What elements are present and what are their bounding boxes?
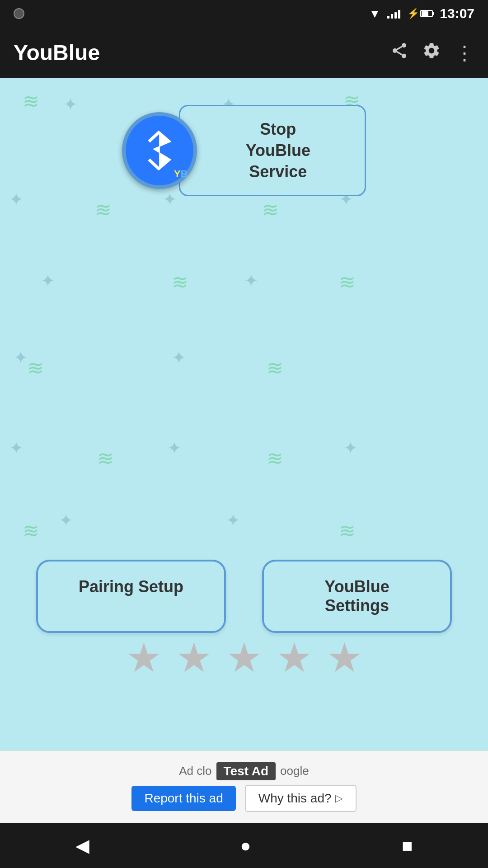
svg-point-1 [393, 48, 397, 53]
stars-rating: ★ ★ ★ ★ ★ [0, 637, 488, 678]
deco-cross-9: ✦ [172, 349, 186, 366]
nav-back-button[interactable]: ◀ [75, 835, 89, 856]
main-content: ≋ ✦ ✦ ≋ ✦ ≋ ✦ ≋ ✦ ✦ ≋ ✦ ≋ ✦ ≋ ✦ ≋ ✦ ≋ ✦ … [0, 78, 488, 750]
svg-point-2 [402, 53, 406, 58]
deco-wifi-6: ≋ [339, 272, 356, 292]
status-bar-left [14, 8, 24, 19]
svg-marker-5 [153, 132, 170, 170]
status-bar: ▼ ⚡ 13:07 [0, 0, 488, 27]
why-ad-label: Why this ad? [258, 791, 332, 806]
ad-closed-text: Ad clo [179, 764, 211, 778]
ad-test-label: Test Ad [216, 762, 276, 780]
star-3[interactable]: ★ [226, 637, 263, 678]
youblue-settings-button[interactable]: YouBlueSettings [262, 560, 452, 633]
star-4[interactable]: ★ [276, 637, 313, 678]
svg-point-0 [402, 43, 406, 47]
deco-wifi-7: ≋ [27, 358, 44, 378]
nav-home-button[interactable]: ● [240, 835, 251, 856]
ad-banner: Ad clo Test Ad oogle Report this ad Why … [0, 750, 488, 823]
nav-bar: ◀ ● ■ [0, 823, 488, 868]
deco-cross-1: ✦ [63, 96, 78, 113]
status-bar-right: ▼ ⚡ 13:07 [369, 6, 474, 21]
svg-line-4 [397, 46, 402, 49]
app-bar: YouBlue ⋮ [0, 27, 488, 78]
share-icon[interactable] [390, 42, 408, 64]
deco-cross-12: ✦ [343, 439, 358, 457]
deco-wifi-1: ≋ [23, 91, 39, 111]
deco-cross-11: ✦ [167, 439, 182, 457]
nav-recents-button[interactable]: ■ [402, 835, 413, 856]
why-ad-icon: ▷ [335, 793, 343, 804]
ad-google-text: oogle [280, 764, 309, 778]
svg-line-7 [149, 132, 159, 142]
deco-wifi-12: ≋ [339, 521, 356, 541]
deco-cross-14: ✦ [226, 512, 240, 529]
bottom-buttons: Pairing Setup YouBlueSettings [0, 560, 488, 633]
app-title: YouBlue [14, 40, 100, 65]
service-button-container: YB Stop YouBlue Service [122, 105, 366, 196]
deco-cross-8: ✦ [14, 349, 28, 366]
settings-icon[interactable] [422, 41, 441, 64]
why-ad-button[interactable]: Why this ad? ▷ [245, 785, 357, 812]
deco-cross-3: ✦ [9, 191, 23, 208]
deco-wifi-8: ≋ [267, 358, 283, 378]
app-bar-actions: ⋮ [390, 41, 474, 64]
stop-service-button[interactable]: Stop YouBlue Service [179, 105, 366, 196]
camera-indicator [14, 8, 24, 19]
ad-top-row: Ad clo Test Ad oogle [179, 762, 309, 780]
svg-line-6 [149, 160, 159, 170]
more-options-icon[interactable]: ⋮ [455, 41, 474, 64]
deco-wifi-5: ≋ [172, 272, 188, 292]
deco-cross-7: ✦ [244, 272, 258, 289]
ad-bottom-row: Report this ad Why this ad? ▷ [131, 785, 356, 812]
pairing-setup-button[interactable]: Pairing Setup [36, 560, 226, 633]
bluetooth-circle: YB [122, 112, 197, 189]
star-5[interactable]: ★ [326, 637, 363, 678]
star-2[interactable]: ★ [176, 637, 212, 678]
deco-wifi-11: ≋ [23, 521, 39, 541]
deco-cross-13: ✦ [59, 512, 73, 529]
youblue-settings-label: YouBlueSettings [324, 577, 389, 615]
deco-cross-6: ✦ [41, 272, 55, 289]
deco-cross-10: ✦ [9, 439, 23, 457]
deco-wifi-9: ≋ [97, 448, 114, 468]
stop-service-button-text: Stop YouBlue Service [216, 119, 340, 182]
battery-icon: ⚡ [407, 8, 433, 19]
svg-line-3 [397, 52, 402, 55]
deco-wifi-10: ≋ [267, 448, 283, 468]
report-ad-button[interactable]: Report this ad [131, 786, 235, 811]
signal-icon [387, 9, 400, 19]
deco-wifi-3: ≋ [95, 200, 112, 220]
pairing-setup-label: Pairing Setup [79, 577, 183, 596]
wifi-status-icon: ▼ [369, 7, 381, 21]
deco-wifi-4: ≋ [262, 200, 279, 220]
clock: 13:07 [440, 6, 474, 21]
star-1[interactable]: ★ [126, 637, 162, 678]
